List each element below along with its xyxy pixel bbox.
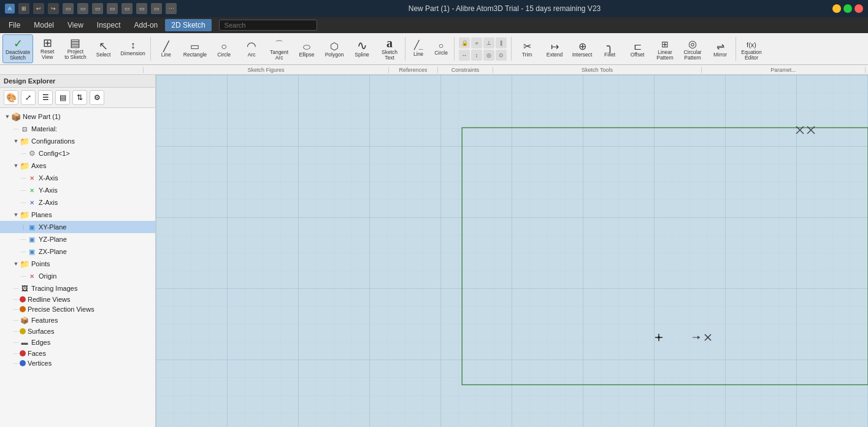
circular-pattern-button[interactable]: CircularPattern <box>679 34 706 63</box>
tree-planes[interactable]: ▼ 📁 Planes <box>0 209 155 221</box>
color-wheel-button[interactable]: 🎨 <box>4 90 18 105</box>
toggle-edges[interactable]: — <box>12 339 20 346</box>
constraint-btn-6[interactable]: ↕ <box>471 50 482 61</box>
tree-x-axis[interactable]: — ✕ X-Axis <box>0 172 155 184</box>
sketch-text-button[interactable]: SketchText <box>376 34 403 63</box>
tree-axes[interactable]: ▼ 📁 Axes <box>0 160 155 172</box>
tree-edges[interactable]: — ▬ Edges <box>0 336 155 348</box>
title-btn-4[interactable]: ▭ <box>63 3 74 14</box>
tree-precise-section-views[interactable]: — Precise Section Views <box>0 304 155 314</box>
select-button[interactable]: Select <box>90 34 117 63</box>
offset-button[interactable]: Offset <box>624 34 651 63</box>
tree-material[interactable]: — ⊡ Material: <box>0 123 155 135</box>
constraint-btn-lock[interactable]: 🔒 <box>459 37 470 48</box>
tree-tracing-images[interactable]: — 🖼 Tracing Images <box>0 282 155 294</box>
title-btn-7[interactable]: ▭ <box>107 3 118 14</box>
toggle-z-axis[interactable]: — <box>20 199 27 206</box>
arc-button[interactable]: Arc <box>238 34 265 63</box>
tangent-arc-button[interactable]: TangentArc <box>266 34 293 63</box>
menu-view[interactable]: View <box>61 19 90 31</box>
toggle-precise-section-views[interactable]: — <box>12 306 20 313</box>
ref-circle-button[interactable]: ○ Circle <box>430 34 452 63</box>
deactivate-sketch-button[interactable]: DeactivateSketch <box>2 34 33 63</box>
tree-y-axis[interactable]: — ✕ Y-Axis <box>0 184 155 196</box>
list-button[interactable]: ☰ <box>38 90 53 105</box>
menu-addon[interactable]: Add-on <box>128 19 164 31</box>
title-btn-10[interactable]: ▭ <box>151 3 162 14</box>
toggle-redline-views[interactable]: — <box>12 296 20 303</box>
intersect-button[interactable]: Intersect <box>569 34 596 63</box>
fillet-button[interactable]: Fillet <box>596 34 623 63</box>
toggle-features[interactable]: — <box>12 317 20 324</box>
title-btn-8[interactable]: ▭ <box>121 3 133 14</box>
constraint-btn-7[interactable]: ◎ <box>483 50 494 61</box>
title-btn-1[interactable]: ⊞ <box>18 3 29 14</box>
title-btn-11[interactable]: ⋯ <box>166 3 177 14</box>
toggle-faces[interactable]: — <box>12 350 20 357</box>
equation-editor-button[interactable]: EquationEditor <box>738 34 765 63</box>
tree-points[interactable]: ▼ 📁 Points <box>0 258 155 270</box>
tree-new-part[interactable]: ▼ 📦 New Part (1) <box>0 110 155 123</box>
menu-inspect[interactable]: Inspect <box>91 19 127 31</box>
toggle-tracing-images[interactable]: — <box>12 285 20 292</box>
ellipse-button[interactable]: Ellipse <box>293 34 320 63</box>
constraint-btn-3[interactable]: ⊥ <box>483 37 494 48</box>
toggle-origin[interactable]: — <box>20 272 27 280</box>
linear-pattern-button[interactable]: LinearPattern <box>651 34 678 63</box>
toggle-vertices[interactable]: — <box>12 360 20 367</box>
reset-view-button[interactable]: ⊞ ResetView <box>34 34 61 63</box>
toggle-x-axis[interactable]: — <box>20 174 27 182</box>
maximize-btn[interactable] <box>843 4 852 13</box>
toggle-planes[interactable]: ▼ <box>12 211 20 218</box>
toggle-y-axis[interactable]: — <box>20 187 27 194</box>
constraint-btn-4[interactable]: ∥ <box>496 37 507 48</box>
tree-faces[interactable]: — Faces <box>0 348 155 358</box>
trim-button[interactable]: Trim <box>513 34 540 63</box>
extend-button[interactable]: Extend <box>541 34 568 63</box>
title-btn-9[interactable]: ▭ <box>136 3 147 14</box>
tree-redline-views[interactable]: — Redline Views <box>0 294 155 304</box>
tree-features[interactable]: — 📦 Features <box>0 314 155 326</box>
minimize-btn[interactable] <box>832 4 841 13</box>
title-btn-3[interactable]: ↪ <box>48 3 59 14</box>
title-btn-5[interactable]: ▭ <box>77 3 88 14</box>
toggle-zx-plane[interactable]: — <box>20 248 27 255</box>
tree-vertices[interactable]: — Vertices <box>0 358 155 368</box>
toggle-surfaces[interactable]: — <box>12 328 20 335</box>
spline-button[interactable]: Spline <box>348 34 375 63</box>
constraint-btn-2[interactable]: = <box>471 37 482 48</box>
tree-config1[interactable]: — ⚙ Config<1> <box>0 147 155 160</box>
toggle-material[interactable]: — <box>12 125 20 133</box>
close-btn[interactable] <box>855 4 863 13</box>
toggle-axes[interactable]: ▼ <box>12 162 20 169</box>
menu-model[interactable]: Model <box>28 19 60 31</box>
tree-zx-plane[interactable]: — ▣ ZX-Plane <box>0 245 155 258</box>
settings-button[interactable]: ⚙ <box>90 90 104 105</box>
toggle-configurations[interactable]: ▼ <box>12 137 20 145</box>
tree-xy-plane[interactable]: | ▣ XY-Plane <box>0 221 155 233</box>
menu-file[interactable]: File <box>2 19 26 31</box>
arrows-button[interactable]: ⇅ <box>72 90 87 105</box>
toggle-points[interactable]: ▼ <box>12 260 20 267</box>
toggle-xy-plane[interactable]: | <box>20 223 27 231</box>
rectangle-button[interactable]: Rectangle <box>180 34 210 63</box>
tree-origin[interactable]: — ✕ Origin <box>0 270 155 282</box>
dimension-button[interactable]: ↕ Dimension <box>118 34 148 63</box>
title-btn-2[interactable]: ↩ <box>33 3 44 14</box>
sketch-canvas[interactable] <box>156 75 868 427</box>
menu-2dsketch[interactable]: 2D Sketch <box>165 19 211 31</box>
toggle-new-part[interactable]: ▼ <box>4 113 11 120</box>
mirror-button[interactable]: Mirror <box>707 34 734 63</box>
title-btn-6[interactable]: ▭ <box>92 3 103 14</box>
toggle-config1[interactable]: — <box>20 150 27 157</box>
search-input[interactable] <box>219 20 317 31</box>
line-button[interactable]: Line <box>153 34 180 63</box>
ref-line-button[interactable]: ╱— Line <box>407 34 429 63</box>
constraint-btn-8[interactable]: ⊙ <box>496 50 507 61</box>
toggle-yz-plane[interactable]: — <box>20 236 27 243</box>
circle-button[interactable]: Circle <box>210 34 237 63</box>
tree-configurations[interactable]: ▼ 📁 Configurations <box>0 135 155 147</box>
tree-surfaces[interactable]: — Surfaces <box>0 326 155 336</box>
project-to-sketch-button[interactable]: ▤ Projectto Sketch <box>61 34 89 63</box>
list-alt-button[interactable]: ▤ <box>55 90 70 105</box>
